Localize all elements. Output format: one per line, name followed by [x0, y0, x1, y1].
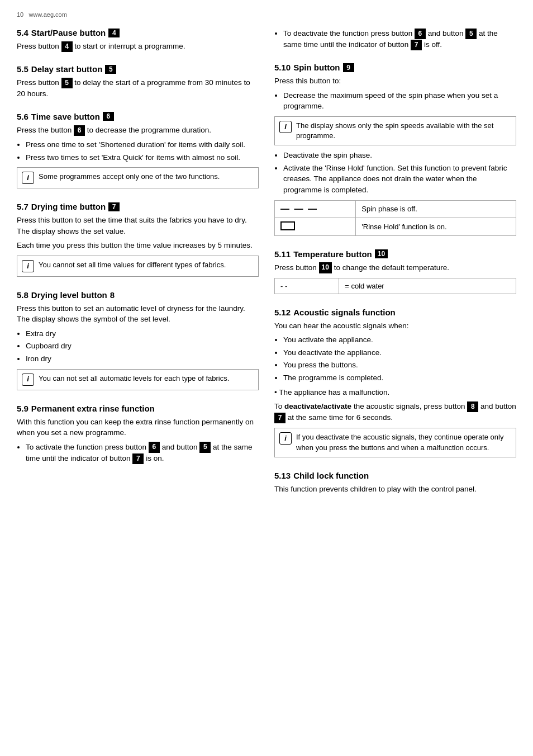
list-item: Press one time to set 'Shortened duratio…: [26, 139, 259, 150]
section-511-num: 5.11: [274, 249, 291, 259]
section-57-badge: 7: [108, 202, 120, 211]
section-512-info-text: If you deactivate the acoustic signals, …: [296, 432, 511, 452]
list-item: Press two times to set 'Extra Quick' for…: [26, 152, 259, 163]
section-54-badge2: 4: [61, 41, 73, 52]
list-item: Extra dry: [26, 328, 259, 339]
section-59-num: 5.9: [17, 404, 28, 413]
section-59-body1: With this function you can keep the extr…: [17, 417, 259, 438]
list-item: Deactivate the spin phase.: [283, 150, 516, 161]
section-56: 5.6 Time save button 6 Press the button …: [17, 112, 259, 193]
table-row: - - = cold water: [275, 278, 516, 294]
section-510: 5.10 Spin button 9 Press this button to:…: [274, 63, 516, 240]
section-55-badge2: 5: [61, 78, 73, 88]
section-58: 5.8 Drying level button 8 Press this but…: [17, 290, 259, 395]
section-54-badge: 4: [108, 29, 120, 37]
section-510-info: i The display shows only the spin speeds…: [274, 116, 516, 145]
section-55: 5.5 Delay start button 5 Press button 5 …: [17, 64, 259, 103]
section-512-body2: • The appliance has a malfunction.: [274, 387, 516, 398]
section-511-body: Press button 10 to change the default te…: [274, 262, 516, 273]
section-58-info: i You can not set all automatic levels f…: [17, 369, 259, 390]
section-54-body: Press button 4 to start or interrupt a p…: [17, 41, 259, 52]
info-icon: i: [279, 121, 292, 133]
section-512-label: Acoustic signals function: [293, 308, 396, 317]
section-510-table: — — — Spin phase is off. 'Rinse Hold' fu…: [274, 200, 516, 236]
list-item: Iron dry: [26, 353, 259, 365]
section-59: 5.9 Permanent extra rinse function With …: [17, 404, 259, 467]
section-54-num: 5.4: [17, 28, 28, 37]
section-57-body2: Each time you press this button the time…: [17, 240, 259, 251]
info-icon: i: [22, 260, 34, 272]
section-510-bullets2: Deactivate the spin phase. Activate the …: [283, 150, 516, 195]
badge-7b: 7: [411, 40, 422, 50]
badge-7c: 7: [274, 413, 285, 423]
list-item: You deactivate the appliance.: [283, 347, 516, 358]
section-59-list: To activate the function press button 6 …: [26, 442, 259, 464]
section-512-body3: To deactivate/activate the acoustic sign…: [274, 401, 516, 423]
section-56-label: Time save button: [31, 112, 100, 121]
list-item: To activate the function press button 6 …: [26, 442, 259, 464]
list-item: Decrease the maximum speed of the spin p…: [283, 90, 516, 112]
table-cell-text: Spin phase is off.: [356, 200, 516, 218]
badge-7a: 7: [132, 453, 144, 464]
section-512-bullets: You activate the appliance. You deactiva…: [283, 334, 516, 383]
section-511-badge: 10: [375, 249, 388, 258]
section-57: 5.7 Drying time button 7 Press this butt…: [17, 202, 259, 281]
section-57-num: 5.7: [17, 202, 28, 211]
section-56-info: i Some programmes accept only one of the…: [17, 167, 259, 188]
badge-8: 8: [467, 401, 478, 412]
section-57-body1: Press this button to set the time that s…: [17, 215, 259, 237]
section-58-num: 5.8: [17, 290, 28, 300]
section-511-table: - - = cold water: [274, 278, 516, 294]
section-510-badge: 9: [343, 63, 354, 72]
section-510-body1: Press this button to:: [274, 75, 516, 87]
section-54: 5.4 Start/Pause button 4 Press button 4 …: [17, 28, 259, 55]
list-item: Cupboard dry: [26, 341, 259, 352]
table-cell-text: 'Rinse Hold' function is on.: [356, 218, 516, 235]
section-55-num: 5.5: [17, 64, 28, 74]
section-511-badge2: 10: [319, 262, 332, 273]
section-56-num: 5.6: [17, 112, 28, 121]
list-item: The programme is completed.: [283, 372, 516, 384]
section-510-info-text: The display shows only the spin speeds a…: [296, 121, 511, 141]
info-icon: i: [279, 432, 292, 445]
section-55-badge: 5: [105, 65, 116, 74]
section-58-bullets: Extra dry Cupboard dry Iron dry: [26, 328, 259, 365]
section-58-info-text: You can not set all automatic levels for…: [39, 374, 229, 384]
table-cell-symbol: - -: [275, 278, 339, 294]
section-59-cont: To deactivate the function press button …: [274, 28, 516, 54]
badge-5b: 5: [465, 29, 477, 39]
table-cell-text: = cold water: [339, 278, 516, 294]
section-513-label: Child lock function: [293, 471, 369, 480]
badge-5a: 5: [199, 442, 211, 452]
section-56-bullets: Press one time to set 'Shortened duratio…: [26, 139, 259, 163]
section-512-bold: deactivate/activate: [284, 402, 351, 410]
badge-6b: 6: [415, 29, 426, 39]
section-513-body1: This function prevents children to play …: [274, 484, 516, 495]
section-512-num: 5.12: [274, 308, 291, 317]
section-512: 5.12 Acoustic signals function You can h…: [274, 308, 516, 462]
section-56-badge2: 6: [74, 125, 85, 136]
section-56-badge: 6: [103, 112, 114, 121]
section-512-body1: You can hear the acoustic signals when:: [274, 320, 516, 332]
section-512-info: i If you deactivate the acoustic signals…: [274, 428, 516, 457]
section-510-num: 5.10: [274, 63, 291, 72]
info-icon: i: [22, 374, 34, 386]
section-511: 5.11 Temperature button 10 Press button …: [274, 249, 516, 299]
section-56-body: Press the button 6 to decrease the progr…: [17, 125, 259, 136]
section-511-label: Temperature button: [293, 249, 372, 259]
table-row: — — — Spin phase is off.: [275, 200, 516, 218]
table-cell-symbol: [275, 218, 356, 235]
table-row: 'Rinse Hold' function is on.: [275, 218, 516, 235]
list-item: You press the buttons.: [283, 360, 516, 371]
table-cell-symbol: — — —: [275, 200, 356, 218]
section-59-label: Permanent extra rinse function: [31, 404, 155, 413]
section-57-info-text: You cannot set all time values for diffe…: [39, 260, 226, 270]
section-55-label: Delay start button: [31, 64, 103, 74]
badge-6a: 6: [149, 442, 160, 452]
section-55-body: Press button 5 to delay the start of a p…: [17, 77, 259, 100]
section-513: 5.13 Child lock function This function p…: [274, 471, 516, 498]
section-54-label: Start/Pause button: [31, 28, 106, 37]
page-header: 10 www.aeg.com: [17, 11, 516, 18]
section-59-cont-list: To deactivate the function press button …: [283, 28, 516, 50]
list-item: Activate the 'Rinse Hold' function. Set …: [283, 163, 516, 196]
